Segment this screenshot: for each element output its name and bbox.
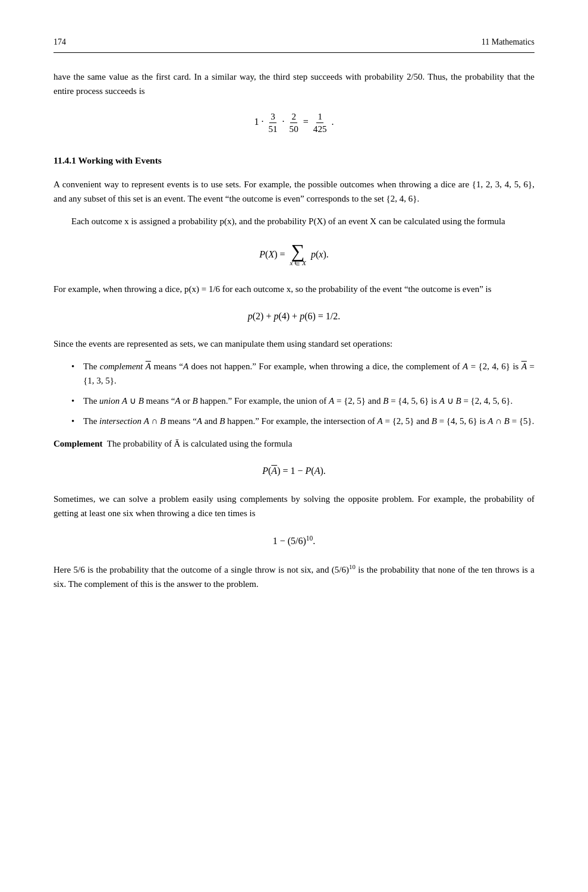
page-header: 174 11 Mathematics xyxy=(54,36,534,53)
complement-formula-expr: P(A) = 1 − P(A). xyxy=(262,466,325,476)
complement-section: Complement The probability of Ā is calcu… xyxy=(54,436,534,451)
complement-label: Complement xyxy=(54,439,103,448)
formula-probability: 1 · 3 51 · 2 50 = 1 425 . xyxy=(54,111,534,134)
bullet-union: The union A ∪ B means “A or B happen.” F… xyxy=(71,394,534,408)
bullet-complement: The complement A means “A does not happe… xyxy=(71,359,534,388)
para-5: Sometimes, we can solve a problem easily… xyxy=(54,492,534,520)
intro-paragraph: have the same value as the first card. I… xyxy=(54,70,534,98)
peven-expr: p(2) + p(4) + p(6) = 1/2. xyxy=(248,311,341,321)
formula-1-expr: 1 · 3 51 · 2 50 = 1 425 . xyxy=(254,117,334,127)
frac-3-51: 3 51 xyxy=(267,111,278,134)
chapter-title: 11 Mathematics xyxy=(482,36,534,49)
frac-2-50: 2 50 xyxy=(288,111,300,134)
para-3: For example, when throwing a dice, p(x) … xyxy=(54,282,534,296)
section-heading: 11.4.1 Working with Events xyxy=(54,153,534,168)
dice-formula-expr: 1 − (5/6)10. xyxy=(273,536,316,546)
formula-px: P(X) = ∑ x ∈ X p(x). xyxy=(54,241,534,268)
para-6: Here 5/6 is the probability that the out… xyxy=(54,562,534,591)
frac-1-425: 1 425 xyxy=(312,111,328,134)
summation: ∑ x ∈ X xyxy=(290,241,306,268)
page: 174 11 Mathematics have the same value a… xyxy=(0,0,588,892)
para-1: A convenient way to represent events is … xyxy=(54,177,534,206)
set-operations-list: The complement A means “A does not happe… xyxy=(71,359,534,428)
formula-peven: p(2) + p(4) + p(6) = 1/2. xyxy=(54,309,534,324)
para-4: Since the events are represented as sets… xyxy=(54,337,534,351)
complement-text: The probability of Ā is calculated using… xyxy=(107,439,293,448)
px-expr: P(X) = ∑ x ∈ X p(x). xyxy=(259,249,328,259)
formula-complement: P(A) = 1 − P(A). xyxy=(54,464,534,479)
bullet-intersection: The intersection A ∩ B means “A and B ha… xyxy=(71,414,534,428)
para-2: Each outcome x is assigned a probability… xyxy=(54,214,534,228)
formula-dice: 1 − (5/6)10. xyxy=(54,533,534,549)
page-number: 174 xyxy=(54,36,66,49)
